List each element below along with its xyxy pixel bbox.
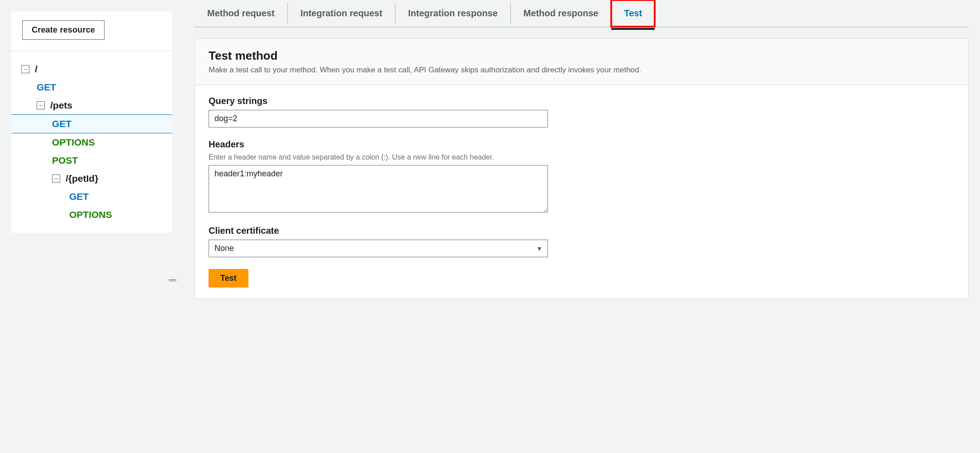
tree-method-pets-get[interactable]: GET [11,114,172,133]
panel-description: Make a test call to your method. When yo… [209,66,955,75]
panel-title: Test method [209,49,955,63]
method-label: OPTIONS [69,209,112,220]
tree-label-pets: /pets [50,100,72,111]
active-tab-indicator [611,28,655,30]
headers-hint: Enter a header name and value separated … [209,153,955,161]
method-label: GET [69,191,89,202]
tree-node-petid[interactable]: /{petId} [11,170,172,188]
tree-node-pets[interactable]: /pets [11,96,172,114]
tab-integration-request[interactable]: Integration request [288,3,395,24]
query-strings-section: Query strings [209,96,955,127]
resource-tree: / GET /pets GET OPTIONS POST [11,51,172,233]
test-method-panel: Test method Make a test call to your met… [195,38,969,299]
tab-method-response[interactable]: Method response [511,3,612,24]
method-label: POST [52,155,78,166]
resources-sidebar: Create resource / GET /pets GET [0,0,183,453]
tree-label-root: / [35,64,38,75]
tree-method-petid-get[interactable]: GET [11,188,172,206]
method-label: OPTIONS [52,137,95,148]
panel-header: Test method Make a test call to your met… [195,39,968,85]
tree-label-petid: /{petId} [66,173,98,184]
tree-method-pets-options[interactable]: OPTIONS [11,133,172,151]
main-content: Method request Integration request Integ… [183,0,980,453]
tree-method-pets-post[interactable]: POST [11,151,172,170]
headers-label: Headers [209,139,955,150]
tree-node-root[interactable]: / [11,60,172,78]
method-label: GET [52,118,71,129]
tree-method-root-get[interactable]: GET [11,78,172,96]
client-certificate-select[interactable]: None [209,240,548,257]
method-tabs: Method request Integration request Integ… [195,0,969,27]
tree-method-petid-options[interactable]: OPTIONS [11,206,172,224]
collapse-icon[interactable] [21,65,29,73]
client-certificate-section: Client certificate None ▼ [209,226,955,257]
tab-method-request[interactable]: Method request [195,3,288,24]
test-button[interactable]: Test [209,269,248,288]
tab-integration-response[interactable]: Integration response [395,3,511,24]
collapse-icon[interactable] [37,101,45,109]
headers-input[interactable] [209,165,548,212]
query-strings-input[interactable] [209,110,548,127]
collapse-icon[interactable] [52,175,60,183]
query-strings-label: Query strings [209,96,955,106]
panel-body: Query strings Headers Enter a header nam… [195,85,968,298]
create-resource-button[interactable]: Create resource [22,20,105,40]
tab-test[interactable]: Test [611,0,655,27]
client-certificate-label: Client certificate [209,226,955,236]
tab-test-label: Test [624,8,642,19]
resize-handle-icon[interactable]: ║ [169,278,176,282]
method-label: GET [37,82,56,93]
headers-section: Headers Enter a header name and value se… [209,139,955,214]
